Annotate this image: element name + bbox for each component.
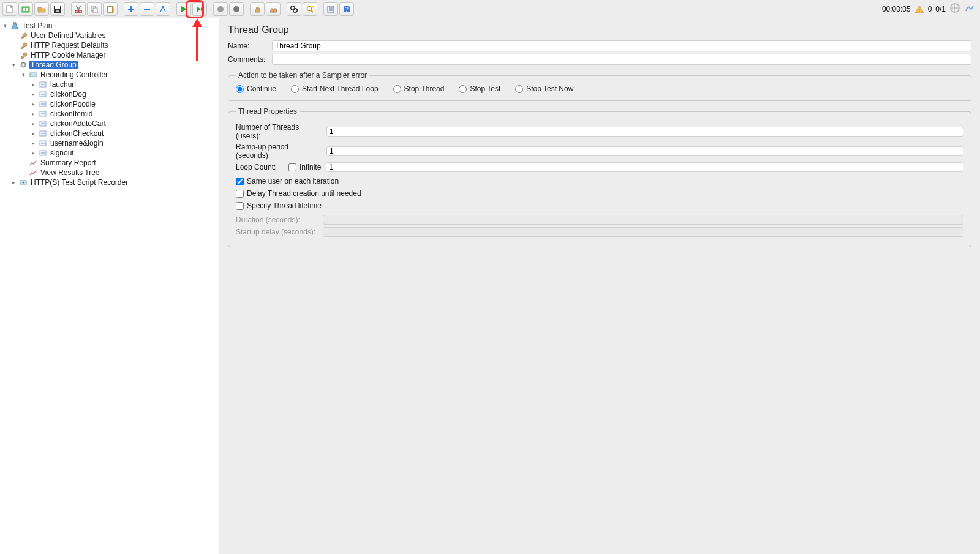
sampler-icon — [38, 129, 48, 138]
svg-rect-17 — [109, 6, 111, 7]
svg-point-45 — [23, 64, 24, 66]
tree-label: clickonAddtoCart — [49, 119, 107, 128]
comments-input[interactable] — [272, 54, 971, 65]
templates-button[interactable] — [18, 2, 33, 16]
recorder-icon — [18, 178, 28, 187]
same-user-check[interactable]: Same user on each iteration — [236, 177, 963, 185]
save-button[interactable] — [50, 2, 65, 16]
sampler-icon — [38, 90, 48, 99]
sampler-icon — [38, 139, 48, 148]
radio-start-next[interactable]: Start Next Thread Loop — [291, 84, 379, 93]
tree-item-thread-group[interactable]: ▾ Thread Group — [0, 60, 219, 70]
svg-point-29 — [293, 8, 297, 12]
delay-check[interactable]: Delay Thread creation until needed — [236, 189, 963, 198]
sampler-icon — [38, 80, 48, 89]
shutdown-button[interactable] — [229, 2, 244, 16]
tree-label: HTTP Request Defaults — [29, 41, 110, 50]
function-helper-button[interactable] — [323, 2, 338, 16]
toggle-button[interactable] — [156, 2, 170, 16]
sampler-icon — [38, 119, 48, 128]
tree-item-sampler[interactable]: ▸clickonDog — [0, 89, 219, 99]
sampler-icon — [38, 100, 48, 108]
tree-item-test-plan[interactable]: ▾ Test Plan — [0, 21, 219, 31]
radio-continue[interactable]: Continue — [236, 84, 276, 93]
tree-item-sampler[interactable]: ▸clickonItemid — [0, 109, 219, 119]
tree-twisty[interactable]: ▾ — [1, 23, 9, 29]
page-title: Thread Group — [228, 24, 971, 36]
svg-point-25 — [217, 6, 224, 12]
tree-item-sampler[interactable]: ▸clickonCheckout — [0, 129, 219, 138]
cut-button[interactable] — [71, 2, 86, 16]
svg-point-26 — [233, 6, 239, 12]
tree-twisty[interactable]: ▾ — [20, 72, 27, 78]
tree-item-http-defaults[interactable]: HTTP Request Defaults — [0, 40, 219, 50]
stop-button[interactable] — [213, 2, 228, 16]
tree-item-udv[interactable]: User Defined Variables — [0, 31, 219, 40]
name-input[interactable] — [272, 40, 971, 51]
radio-stop-test[interactable]: Stop Test — [459, 84, 500, 93]
controller-icon — [28, 70, 38, 79]
clear-one-button[interactable] — [250, 2, 265, 16]
tree-item-sampler[interactable]: ▸signout — [0, 148, 219, 158]
tree-label: Summary Report — [39, 159, 97, 167]
clear-all-button[interactable] — [266, 2, 281, 16]
gear-icon — [18, 61, 28, 69]
tree-pane[interactable]: ▾ Test Plan User Defined Variables HTTP … — [0, 18, 219, 554]
svg-rect-8 — [56, 10, 59, 12]
warning-icon[interactable]: ! — [914, 5, 924, 13]
svg-rect-27 — [256, 7, 259, 8]
tree-item-sampler[interactable]: ▸username&login — [0, 138, 219, 148]
sampler-error-legend: Action to be taken after a Sampler error — [236, 71, 369, 80]
start-no-pause-button[interactable] — [192, 2, 207, 16]
tree-item-recorder[interactable]: ▸HTTP(S) Test Script Recorder — [0, 178, 219, 187]
sampler-icon — [38, 110, 48, 118]
tree-item-view-results[interactable]: View Results Tree — [0, 168, 219, 178]
tree-label: User Defined Variables — [29, 31, 107, 40]
jmeter-logo-icon — [964, 2, 975, 15]
help-button[interactable]: ? — [339, 2, 354, 16]
tree-item-sampler[interactable]: ▸clickonAddtoCart — [0, 119, 219, 129]
specify-lifetime-check[interactable]: Specify Thread lifetime — [236, 201, 963, 210]
sampler-error-fieldset: Action to be taken after a Sampler error… — [228, 71, 971, 101]
tree-item-recording-controller[interactable]: ▾ Recording Controller — [0, 70, 219, 80]
new-file-button[interactable] — [2, 2, 17, 16]
wrench-icon — [18, 51, 28, 59]
svg-text:!: ! — [918, 7, 920, 13]
startup-delay-label: Startup delay (seconds): — [236, 228, 318, 236]
paste-button[interactable] — [103, 2, 118, 16]
loop-input[interactable] — [326, 162, 963, 172]
svg-rect-3 — [22, 7, 29, 12]
num-threads-input[interactable] — [326, 127, 963, 137]
collapse-button[interactable] — [140, 2, 154, 16]
tree-item-cookie-mgr[interactable]: HTTP Cookie Manager — [0, 50, 219, 60]
start-button[interactable] — [176, 2, 191, 16]
ramp-input[interactable] — [326, 146, 963, 156]
wrench-icon — [18, 41, 28, 50]
radio-stop-thread[interactable]: Stop Thread — [393, 84, 445, 93]
name-label: Name: — [228, 42, 266, 50]
svg-rect-14 — [93, 8, 97, 13]
tree-twisty[interactable]: ▾ — [10, 62, 17, 68]
copy-button[interactable] — [87, 2, 102, 16]
svg-line-31 — [311, 10, 313, 12]
loop-label: Loop Count: — [236, 163, 284, 171]
search-button[interactable] — [287, 2, 301, 16]
tree-label: username&login — [49, 139, 105, 148]
expand-button[interactable] — [124, 2, 138, 16]
tree-label: HTTP(S) Test Script Recorder — [29, 178, 129, 187]
tree-label: Recording Controller — [39, 70, 109, 79]
thread-props-fieldset: Thread Properties Number of Threads (use… — [228, 107, 971, 247]
tree-item-sampler[interactable]: ▸clickonPoodle — [0, 99, 219, 109]
infinite-check[interactable]: Infinite — [288, 163, 321, 171]
startup-delay-input — [323, 227, 963, 237]
open-button[interactable] — [34, 2, 49, 16]
tree-item-summary-report[interactable]: Summary Report — [0, 158, 219, 168]
svg-rect-16 — [108, 7, 112, 12]
tree-item-sampler[interactable]: ▸lauchurl — [0, 80, 219, 89]
threads-icon — [949, 2, 960, 15]
radio-stop-test-now[interactable]: Stop Test Now — [515, 84, 573, 93]
flask-icon — [10, 21, 20, 30]
tree-label: clickonDog — [49, 90, 88, 99]
duration-input — [323, 215, 963, 225]
reset-search-button[interactable] — [303, 2, 317, 16]
